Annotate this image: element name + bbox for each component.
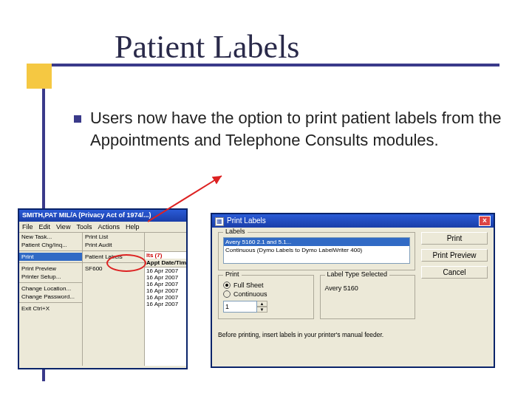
label-type-group: Label Type Selected Avery 5160 [320, 275, 416, 319]
app-window-titlebar: SMITH,PAT MIL/A (Privacy Act of 1974/...… [19, 210, 186, 222]
dialog-footnote: Before printing, insert labels in your p… [212, 328, 494, 341]
menu-tools[interactable]: Tools [76, 223, 92, 231]
bullet-icon [74, 115, 81, 123]
slide-body-text: Users now have the option to print patie… [90, 107, 504, 151]
print-labels-dialog: ▦Print Labels × Labels Avery 5160 2.1 an… [211, 213, 495, 368]
menu-item[interactable]: Patient Chg/Inq... [19, 241, 82, 249]
menu-actions[interactable]: Actions [98, 223, 120, 231]
menu-view[interactable]: View [56, 223, 70, 231]
file-menu-dropdown: New Task... Patient Chg/Inq... Print Pri… [19, 233, 83, 366]
print-submenu: Print List Print Audit Patient Labels SF… [83, 233, 145, 366]
table-row: 16 Apr 2007 [145, 294, 186, 301]
table-row: 16 Apr 2007 [145, 267, 186, 274]
list-item[interactable]: Continuous (Dymo Labels to Dymo LabelWri… [224, 246, 409, 254]
chevron-down-icon[interactable]: ▼ [257, 307, 267, 313]
chevron-up-icon[interactable]: ▲ [257, 301, 267, 307]
group-label: Labels [223, 228, 248, 235]
close-icon[interactable]: × [479, 216, 491, 226]
radio-label: Continuous [233, 290, 267, 298]
cancel-button[interactable]: Cancel [421, 266, 488, 279]
dialog-title-text: Print Labels [227, 216, 266, 225]
table-row: 16 Apr 2007 [145, 301, 186, 307]
radio-label: Full Sheet [233, 282, 264, 289]
menu-item[interactable]: Change Location... [19, 284, 82, 293]
group-label: Label Type Selected [325, 270, 389, 278]
radio-full-sheet[interactable]: Full Sheet [223, 282, 309, 289]
app-window: SMITH,PAT MIL/A (Privacy Act of 1974/...… [18, 208, 188, 369]
menu-file[interactable]: File [22, 223, 33, 231]
app-window-menubar: File Edit View Tools Actions Help [19, 222, 186, 233]
print-group: Print Full Sheet Continuous ▲▼ [218, 275, 314, 319]
labels-listbox[interactable]: Avery 5160 2.1 and 5.1... Continuous (Dy… [223, 237, 410, 264]
submenu-item[interactable]: Print List [83, 233, 144, 241]
slide-title: Patient Labels [115, 28, 300, 66]
menu-help[interactable]: Help [126, 223, 140, 231]
menu-edit[interactable]: Edit [39, 223, 51, 231]
menu-item[interactable]: Change Password... [19, 293, 82, 301]
column-header: Appt Date/Time [145, 259, 186, 267]
count-stepper[interactable]: ▲▼ [223, 301, 309, 313]
menu-item[interactable]: New Task... [19, 233, 82, 241]
radio-icon [223, 282, 231, 289]
menu-item[interactable]: Printer Setup... [19, 273, 82, 281]
dialog-titlebar: ▦Print Labels × [212, 214, 494, 228]
group-label: Print [223, 270, 242, 278]
labels-group: Labels Avery 5160 2.1 and 5.1... Continu… [218, 232, 415, 270]
table-row: 16 Apr 2007 [145, 281, 186, 287]
submenu-item[interactable]: Print Audit [83, 241, 144, 249]
count-input[interactable] [223, 301, 257, 313]
table-row: 16 Apr 2007 [145, 274, 186, 281]
accent-square [27, 64, 52, 89]
radio-continuous[interactable]: Continuous [223, 290, 309, 298]
menu-item-print[interactable]: Print [19, 253, 82, 261]
print-preview-button[interactable]: Print Preview [421, 249, 488, 262]
menu-item[interactable]: Print Preview [19, 265, 82, 273]
list-item[interactable]: Avery 5160 2.1 and 5.1... [224, 238, 409, 246]
print-button[interactable]: Print [421, 232, 488, 245]
table-row: 16 Apr 2007 [145, 287, 186, 294]
menu-item-exit[interactable]: Exit Ctrl+X [19, 304, 82, 313]
highlight-circle-icon [106, 254, 146, 272]
radio-icon [223, 290, 231, 298]
results-count: lts (7) [145, 252, 186, 259]
results-panel: lts (7) Appt Date/Time 16 Apr 2007 16 Ap… [145, 233, 186, 366]
label-type-value: Avery 5160 [325, 280, 411, 292]
dialog-icon: ▦ [215, 217, 224, 226]
